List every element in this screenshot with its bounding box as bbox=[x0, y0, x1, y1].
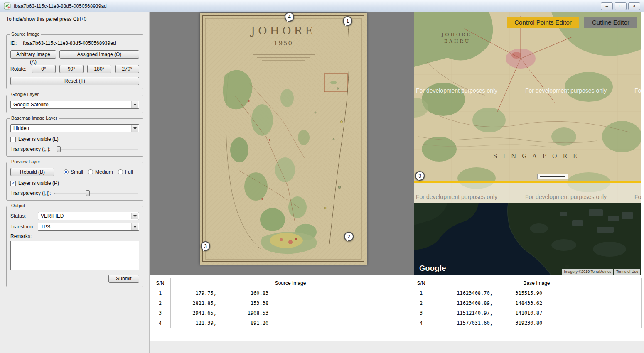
table-row[interactable]: 1 179.75, 160.83 1 11623408.70, 315515.9… bbox=[150, 288, 642, 298]
radio-icon[interactable] bbox=[88, 169, 93, 174]
source-coords: 179.75, 160.83 bbox=[171, 288, 410, 298]
basemap-layer-select[interactable]: Hidden bbox=[10, 124, 139, 132]
source-image-view[interactable]: JOHORE 1950 bbox=[150, 12, 413, 275]
source-y: 160.83 bbox=[219, 290, 268, 296]
remarks-input[interactable] bbox=[10, 241, 139, 270]
group-title: Google Layer bbox=[10, 92, 40, 97]
base-coords: 11512140.97, 141010.87 bbox=[432, 308, 642, 318]
submit-button[interactable]: Submit bbox=[108, 275, 139, 283]
terms-of-use-link[interactable]: Terms of Use bbox=[614, 269, 640, 275]
size-option-medium[interactable]: Medium bbox=[88, 169, 113, 175]
slider-handle[interactable] bbox=[57, 146, 61, 152]
source-coords: 2941.65, 1908.53 bbox=[171, 308, 410, 318]
base-y: 148433.62 bbox=[496, 300, 542, 306]
remarks-label: Remarks: bbox=[10, 233, 139, 239]
group-title: Source Image bbox=[10, 32, 41, 37]
close-button[interactable]: × bbox=[628, 2, 640, 10]
control-points-table: S/N Source Image S/N Base Image 1 179.75… bbox=[150, 278, 641, 328]
base-map-view[interactable]: JOHORE BAHRU SINGAPORE For development p… bbox=[414, 12, 641, 203]
source-image-id: fbaa7b63-115c-11e3-83d5-0050568939ad bbox=[23, 40, 116, 46]
control-point-marker[interactable]: 3 bbox=[415, 171, 425, 181]
rotate-0-button[interactable]: 0° bbox=[32, 65, 56, 73]
preview-transparency-label: Transparency ([,]): bbox=[10, 190, 54, 196]
table-row[interactable]: 4 121.39, 891.20 4 11577031.60, 319230.8… bbox=[150, 318, 642, 328]
control-point-marker[interactable]: 3 bbox=[201, 241, 210, 251]
google-layer-value: Google Satellite bbox=[13, 102, 49, 108]
status-value: VERIFIED bbox=[41, 213, 64, 219]
google-logo: Google bbox=[419, 264, 446, 273]
preview-visible-checkbox[interactable]: ✓ bbox=[10, 181, 16, 186]
maximize-button[interactable]: □ bbox=[615, 2, 627, 10]
radio-icon[interactable] bbox=[118, 169, 123, 174]
cutline bbox=[414, 181, 641, 183]
source-y: 1908.53 bbox=[219, 310, 268, 316]
arbitrary-image-button[interactable]: Arbitrary Image (A) bbox=[10, 50, 56, 59]
slider-handle[interactable] bbox=[86, 190, 90, 196]
row-sn: 2 bbox=[410, 298, 432, 308]
window-title: fbaa7b63-115c-11e3-83d5-0050568939ad bbox=[14, 3, 107, 9]
cutline-editor-button[interactable]: Cutline Editor bbox=[584, 17, 637, 28]
group-title: Output bbox=[10, 203, 27, 208]
source-x: 2821.85, bbox=[177, 300, 216, 306]
control-point-marker[interactable]: 1 bbox=[343, 16, 352, 26]
row-sn: 4 bbox=[410, 318, 432, 328]
base-coords: 11577031.60, 319230.80 bbox=[432, 318, 642, 328]
control-point-marker[interactable]: 4 bbox=[285, 12, 294, 22]
control-points-editor-button[interactable]: Control Points Editor bbox=[507, 17, 579, 28]
app-icon bbox=[4, 2, 11, 10]
base-map-image: JOHORE BAHRU SINGAPORE bbox=[414, 12, 641, 203]
map-attribution: Imagery ©2019 TerraMetrics Terms of Use bbox=[562, 269, 640, 275]
google-layer-select[interactable]: Google Satellite bbox=[10, 101, 139, 109]
basemap-visible-label: Layer is visible (L) bbox=[18, 136, 59, 142]
scale-bar bbox=[537, 174, 568, 179]
size-option-full[interactable]: Full bbox=[118, 169, 133, 175]
row-sn: 3 bbox=[410, 308, 432, 318]
control-point-marker[interactable]: 2 bbox=[344, 232, 354, 241]
column-header-sn2: S/N bbox=[410, 278, 432, 288]
source-map-title: JOHORE bbox=[250, 25, 316, 37]
rotate-90-button[interactable]: 90° bbox=[59, 65, 84, 73]
minimize-button[interactable]: – bbox=[601, 2, 613, 10]
base-x: 11623408.89, bbox=[438, 300, 493, 306]
rotate-180-button[interactable]: 180° bbox=[87, 65, 111, 73]
table-row[interactable]: 3 2941.65, 1908.53 3 11512140.97, 141010… bbox=[150, 308, 642, 318]
source-coords: 2821.85, 153.38 bbox=[171, 298, 410, 308]
preview-transparency-slider[interactable] bbox=[54, 190, 139, 196]
base-map-label-johore: JOHORE bbox=[441, 32, 472, 37]
chevron-down-icon bbox=[131, 223, 138, 230]
basemap-visible-checkbox[interactable] bbox=[10, 137, 16, 142]
reset-button[interactable]: Reset (T) bbox=[10, 77, 139, 85]
chevron-down-icon bbox=[131, 101, 138, 108]
chevron-down-icon bbox=[131, 125, 138, 132]
base-x: 11623408.70, bbox=[438, 290, 493, 296]
transform-select[interactable]: TPS bbox=[38, 223, 139, 231]
base-y: 141010.87 bbox=[496, 310, 542, 316]
preview-layer-group: Preview Layer Rebuild (B) Small Medium F… bbox=[6, 162, 143, 201]
slider-groove bbox=[57, 149, 138, 150]
basemap-transparency-label: Transparency (;,'): bbox=[10, 146, 56, 152]
basemap-transparency-slider[interactable] bbox=[56, 146, 139, 152]
transform-label: Transform.: bbox=[10, 224, 38, 230]
base-x: 11577031.60, bbox=[438, 320, 493, 326]
satellite-view[interactable]: Google Imagery ©2019 TerraMetrics Terms … bbox=[414, 203, 641, 275]
radio-selected-icon[interactable] bbox=[64, 169, 69, 174]
size-option-small[interactable]: Small bbox=[64, 169, 83, 175]
assigned-image-button[interactable]: Assigned Image (O) bbox=[59, 50, 139, 59]
size-medium-label: Medium bbox=[95, 169, 113, 175]
rotate-270-button[interactable]: 270° bbox=[115, 65, 139, 73]
base-y: 319230.80 bbox=[496, 320, 542, 326]
column-header-sn: S/N bbox=[150, 278, 171, 288]
rebuild-button[interactable]: Rebuild (B) bbox=[10, 168, 54, 176]
status-select[interactable]: VERIFIED bbox=[38, 212, 139, 220]
source-coords: 121.39, 891.20 bbox=[171, 318, 410, 328]
basemap-layer-group: Basemap Image Layer Hidden Layer is visi… bbox=[6, 118, 143, 157]
table-row[interactable]: 2 2821.85, 153.38 2 11623408.89, 148433.… bbox=[150, 298, 642, 308]
google-layer-group: Google Layer Google Satellite bbox=[6, 95, 143, 113]
title-bar: fbaa7b63-115c-11e3-83d5-0050568939ad – □… bbox=[0, 0, 644, 12]
table-header-row: S/N Source Image S/N Base Image bbox=[150, 278, 642, 288]
size-small-label: Small bbox=[71, 169, 83, 175]
base-x: 11512140.97, bbox=[438, 310, 493, 316]
source-x: 121.39, bbox=[177, 320, 216, 326]
status-label: Status: bbox=[10, 213, 38, 219]
preview-visible-label: Layer is visible (P) bbox=[18, 180, 59, 186]
